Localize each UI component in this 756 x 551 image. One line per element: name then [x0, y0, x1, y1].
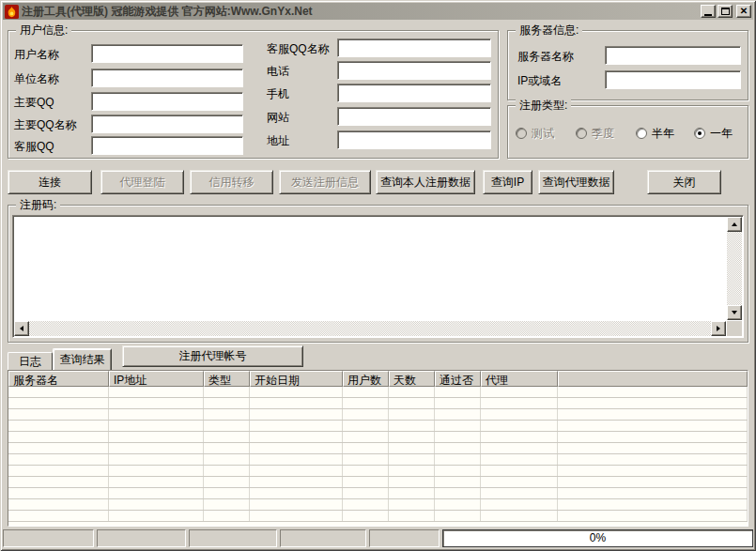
table-cell — [109, 477, 204, 487]
table-cell — [435, 477, 481, 487]
table-cell — [250, 398, 343, 408]
table-cell — [204, 432, 250, 442]
query-ip-button[interactable]: 查询IP — [483, 170, 532, 194]
send-reg-info-button[interactable]: 发送注册信息 — [279, 170, 371, 194]
table-cell — [435, 409, 481, 420]
table-row[interactable] — [8, 432, 748, 443]
reg-code-textarea[interactable] — [12, 215, 744, 338]
table-cell — [481, 454, 558, 465]
mobile-input[interactable] — [337, 84, 491, 102]
main-qq-name-input[interactable] — [91, 115, 243, 133]
radio-test[interactable]: 测试 — [516, 127, 554, 140]
query-agent-data-button[interactable]: 查询代理数据 — [538, 170, 614, 194]
table-row[interactable] — [8, 398, 748, 409]
table-row[interactable] — [8, 499, 748, 511]
address-input[interactable] — [337, 130, 491, 149]
register-agent-account-button[interactable]: 注册代理帐号 — [122, 345, 303, 367]
minimize-button[interactable] — [701, 5, 716, 18]
company-input[interactable] — [91, 69, 243, 87]
table-row[interactable] — [8, 443, 748, 454]
table-column-header[interactable]: 代理 — [481, 371, 558, 387]
maximize-button[interactable] — [717, 5, 733, 18]
table-cell — [250, 488, 343, 498]
tab-query-results[interactable]: 查询结果 — [53, 348, 112, 370]
agent-login-button[interactable]: 代理登陆 — [100, 170, 184, 194]
table-row[interactable] — [8, 421, 748, 432]
table-column-header[interactable] — [558, 371, 748, 387]
table-cell — [389, 443, 435, 453]
table-cell — [558, 511, 748, 521]
table-column-header[interactable]: 类型 — [204, 371, 250, 387]
radio-half-year[interactable]: 半年 — [636, 127, 674, 140]
field-row: 主要QQ — [14, 92, 249, 111]
table-row[interactable] — [8, 387, 748, 398]
credit-transfer-button[interactable]: 信用转移 — [190, 170, 273, 194]
table-cell — [204, 466, 250, 476]
ip-domain-input[interactable] — [605, 70, 741, 89]
server-info-group: 服务器信息: 服务器名称 IP或域名 — [507, 30, 748, 100]
table-column-header[interactable]: 服务器名 — [8, 371, 109, 387]
field-label: IP或域名 — [517, 73, 562, 89]
table-cell — [109, 511, 204, 521]
table-cell — [8, 409, 109, 420]
table-row[interactable] — [8, 488, 748, 499]
table-cell — [558, 421, 748, 431]
close-button[interactable]: ✕ — [736, 5, 751, 18]
table-row[interactable] — [8, 466, 748, 477]
status-panel — [3, 529, 94, 547]
query-own-reg-data-button[interactable]: 查询本人注册数据 — [376, 170, 475, 194]
table-cell — [343, 499, 389, 510]
field-row: 用户名称 — [14, 44, 249, 63]
tab-log[interactable]: 日志 — [8, 352, 53, 370]
table-row[interactable] — [8, 511, 748, 522]
table-header-row: 服务器名IP地址类型开始日期用户数天数通过否代理 — [8, 371, 748, 387]
table-row[interactable] — [8, 477, 748, 488]
scroll-left-button[interactable] — [14, 321, 29, 336]
table-cell — [389, 409, 435, 420]
website-input[interactable] — [337, 107, 491, 126]
field-label: 客服QQ — [14, 139, 54, 155]
connect-button[interactable]: 连接 — [8, 170, 92, 194]
table-column-header[interactable]: 开始日期 — [250, 371, 343, 387]
username-input[interactable] — [91, 44, 243, 63]
table-cell — [343, 398, 389, 408]
main-qq-input[interactable] — [91, 92, 243, 111]
field-row: 主要QQ名称 — [14, 115, 249, 133]
vertical-scroll-track[interactable] — [727, 232, 742, 305]
table-column-header[interactable]: 用户数 — [343, 371, 389, 387]
table-cell — [389, 488, 435, 498]
table-cell — [204, 477, 250, 487]
table-cell — [343, 466, 389, 476]
table-cell — [435, 499, 481, 510]
phone-input[interactable] — [337, 61, 491, 80]
service-qq-input[interactable] — [91, 136, 243, 155]
table-cell — [481, 466, 558, 476]
results-table: 服务器名IP地址类型开始日期用户数天数通过否代理 — [8, 370, 748, 527]
table-row[interactable] — [8, 409, 748, 421]
titlebar[interactable]: 注册工具(代理版) 冠能游戏提供 官方网站:Www.GnYx.Net ✕ — [3, 3, 753, 20]
field-row: 服务器名称 — [517, 46, 743, 65]
table-body[interactable] — [8, 387, 748, 526]
table-cell — [250, 499, 343, 510]
table-column-header[interactable]: 通过否 — [435, 371, 481, 387]
radio-quarter[interactable]: 季度 — [576, 127, 614, 140]
service-qq-name-input[interactable] — [337, 38, 491, 57]
scroll-right-button[interactable] — [711, 321, 726, 336]
field-label: 手机 — [267, 86, 289, 102]
table-column-header[interactable]: IP地址 — [109, 371, 204, 387]
table-cell — [8, 443, 109, 453]
scroll-down-button[interactable] — [727, 305, 742, 320]
window-title: 注册工具(代理版) 冠能游戏提供 官方网站:Www.GnYx.Net — [22, 3, 698, 20]
radio-one-year[interactable]: 一年 — [694, 127, 733, 140]
vertical-scrollbar[interactable] — [727, 217, 742, 320]
field-label: 网站 — [267, 110, 289, 126]
close-app-button[interactable]: 关闭 — [647, 170, 721, 194]
table-column-header[interactable]: 天数 — [389, 371, 435, 387]
table-row[interactable] — [8, 454, 748, 466]
horizontal-scroll-track[interactable] — [29, 321, 711, 336]
table-cell — [250, 432, 343, 442]
server-name-input[interactable] — [605, 46, 741, 65]
horizontal-scrollbar[interactable] — [14, 321, 726, 336]
table-cell — [481, 387, 558, 397]
scroll-up-button[interactable] — [727, 217, 742, 232]
